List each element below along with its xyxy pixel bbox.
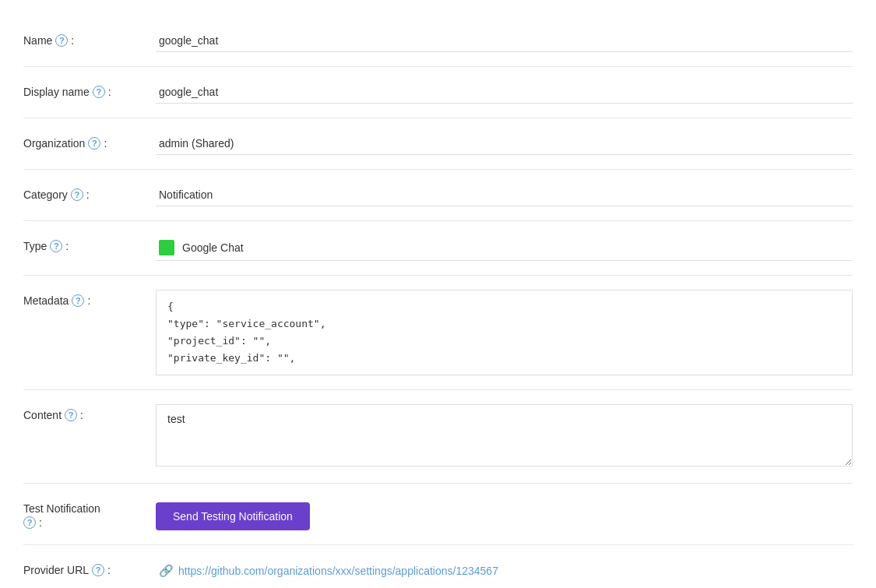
category-help-icon[interactable]: ? (71, 188, 83, 201)
name-label-text: Name (23, 34, 52, 47)
type-value: Google Chat (148, 235, 853, 261)
metadata-display[interactable]: { "type": "service_account", "project_id… (156, 290, 853, 375)
content-label: Content ? : (23, 404, 148, 421)
category-row: Category ? : (23, 170, 853, 221)
metadata-help-icon[interactable]: ? (72, 294, 84, 307)
content-label-text: Content (23, 409, 62, 421)
metadata-label: Metadata ? : (23, 290, 148, 307)
category-input[interactable] (156, 184, 853, 206)
name-label: Name ? : (23, 30, 148, 47)
name-input[interactable] (156, 30, 853, 52)
test-notification-label: Test Notification ? : (23, 498, 148, 529)
metadata-row: Metadata ? : { "type": "service_account"… (23, 276, 853, 390)
provider-url-link[interactable]: https://github.com/organizations/xxx/set… (178, 565, 498, 577)
display-name-label-text: Display name (23, 86, 90, 98)
provider-url-help-icon[interactable]: ? (92, 564, 104, 576)
type-label-text: Type (23, 240, 47, 252)
test-notification-help-icon[interactable]: ? (23, 516, 36, 529)
provider-url-label: Provider URL ? : (23, 559, 148, 576)
display-name-label: Display name ? : (23, 81, 148, 98)
metadata-line1: { (167, 298, 841, 315)
category-label: Category ? : (23, 184, 148, 201)
display-name-help-icon[interactable]: ? (93, 86, 105, 98)
metadata-line2: "type": "service_account", (167, 315, 841, 333)
content-value: test (148, 404, 853, 469)
provider-url-row: Provider URL ? : 🔗 https://github.com/or… (23, 545, 853, 588)
content-help-icon[interactable]: ? (65, 409, 77, 421)
send-testing-notification-button[interactable]: Send Testing Notification (156, 502, 310, 530)
content-textarea[interactable]: test (156, 404, 853, 467)
type-help-icon[interactable]: ? (50, 240, 62, 252)
display-name-value (148, 81, 853, 104)
test-notification-value: Send Testing Notification (148, 498, 853, 530)
type-text: Google Chat (182, 241, 244, 254)
organization-label: Organization ? : (23, 132, 148, 150)
name-help-icon[interactable]: ? (55, 34, 68, 47)
test-notification-label-text: Test Notification (23, 502, 100, 515)
provider-url-value: 🔗 https://github.com/organizations/xxx/s… (148, 559, 853, 583)
test-notification-row: Test Notification ? : Send Testing Notif… (23, 484, 853, 545)
type-row: Type ? : Google Chat (23, 221, 853, 276)
metadata-value: { "type": "service_account", "project_id… (148, 290, 853, 375)
organization-label-text: Organization (23, 137, 85, 150)
category-value (148, 184, 853, 206)
metadata-label-text: Metadata (23, 294, 69, 307)
notification-form: Name ? : Display name ? : Organization ?… (23, 16, 853, 588)
google-chat-icon (159, 240, 174, 255)
category-label-text: Category (23, 188, 68, 201)
content-row: Content ? : test (23, 390, 853, 484)
name-value (148, 30, 853, 52)
organization-row: Organization ? : (23, 118, 853, 170)
display-name-row: Display name ? : (23, 67, 853, 118)
organization-input[interactable] (156, 132, 853, 155)
name-row: Name ? : (23, 16, 853, 67)
type-display[interactable]: Google Chat (156, 235, 853, 261)
organization-value (148, 132, 853, 155)
type-label: Type ? : (23, 235, 148, 252)
metadata-line4: "private_key_id": "", (167, 350, 841, 367)
display-name-input[interactable] (156, 81, 853, 104)
link-icon: 🔗 (159, 564, 174, 578)
organization-help-icon[interactable]: ? (88, 137, 100, 150)
metadata-line3: "project_id": "", (167, 333, 841, 350)
provider-url-label-text: Provider URL (23, 564, 89, 576)
